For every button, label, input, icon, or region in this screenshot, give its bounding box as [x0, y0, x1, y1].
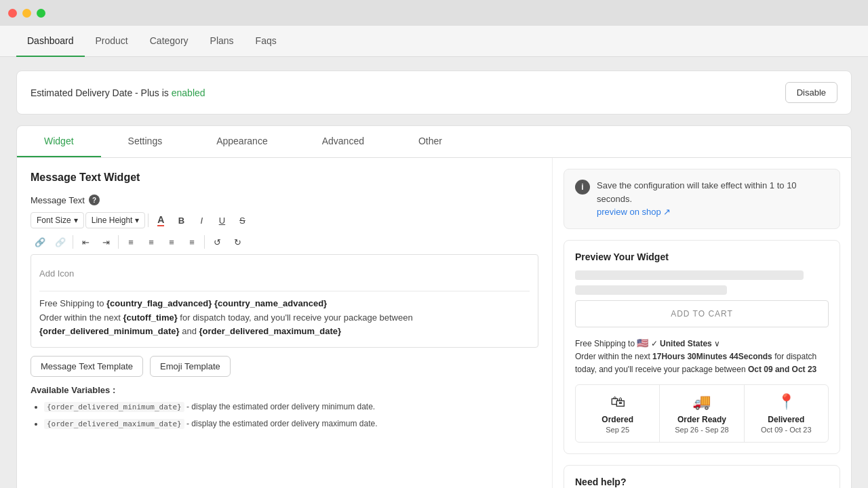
font-color-button[interactable]: A — [151, 211, 170, 230]
redo-button[interactable]: ↻ — [228, 232, 247, 251]
toolbar-row-2: 🔗 🔗 ⇤ ⇥ ≡ ≡ — [31, 232, 538, 251]
main-panel: Message Text Widget Message Text ? Font … — [16, 157, 852, 488]
status-label: enabled — [172, 87, 205, 98]
delivered-date: Oct 09 - Oct 23 — [761, 426, 812, 434]
bold-button[interactable]: B — [172, 211, 191, 230]
section-title: Message Text Widget — [31, 171, 538, 184]
preview-box: Preview Your Widget ADD TO CART Free Shi… — [564, 240, 840, 455]
timeline-item-delivered: 📍 Delivered Oct 09 - Oct 23 — [745, 385, 828, 442]
toolbar-separator-1 — [148, 214, 149, 227]
timeline: 🛍 Ordered Sep 25 🚚 Order Ready Sep 26 - … — [575, 384, 829, 443]
tab-appearance[interactable]: Appearance — [189, 126, 295, 157]
help-title: Need help? — [575, 476, 829, 487]
ordered-label: Ordered — [601, 415, 633, 424]
delivered-icon: 📍 — [777, 393, 795, 411]
right-panel: i Save the configuration will take effec… — [553, 158, 851, 488]
var-item-2: {order_delivered_maximum_date} - display… — [44, 418, 538, 430]
template-buttons: Message Text Template Emoji Template — [31, 356, 538, 377]
maximize-button[interactable] — [37, 9, 45, 18]
info-text: Save the configuration will take effect … — [597, 179, 829, 219]
titlebar — [0, 0, 868, 26]
preview-title: Preview Your Widget — [575, 251, 829, 262]
skeleton-2 — [575, 285, 727, 295]
vars-list: {order_delivered_minimum_date} - display… — [31, 401, 538, 430]
vars-title: Available Variables : — [31, 385, 538, 395]
font-size-select[interactable]: Font Size ▾ — [31, 212, 84, 228]
left-panel: Message Text Widget Message Text ? Font … — [17, 158, 553, 488]
toolbar-separator-2 — [73, 235, 73, 249]
tab-widget[interactable]: Widget — [17, 126, 101, 157]
add-icon-row: Add Icon — [39, 263, 530, 285]
editor-line-1: Free Shipping to {country_flag_advanced}… — [39, 297, 530, 311]
link-button[interactable]: 🔗 — [31, 232, 50, 251]
info-icon: i — [575, 180, 590, 195]
italic-button[interactable]: I — [192, 211, 211, 230]
preview-link[interactable]: preview on shop ↗ — [597, 207, 671, 217]
ordered-icon: 🛍 — [610, 393, 625, 411]
var-item-1: {order_delivered_minimum_date} - display… — [44, 401, 538, 413]
nav-bar: Dashboard Product Category Plans Faqs — [0, 26, 868, 57]
help-icon[interactable]: ? — [89, 195, 100, 205]
skeleton-1 — [575, 270, 804, 280]
add-to-cart-preview[interactable]: ADD TO CART — [575, 300, 829, 327]
tab-bar: Widget Settings Appearance Advanced Othe… — [16, 125, 852, 157]
ordered-date: Sep 25 — [606, 426, 629, 434]
preview-delivery: Free Shipping to 🇺🇸 ✓ United States ∨ Or… — [575, 336, 829, 377]
unlink-button[interactable]: 🔗 — [51, 232, 70, 251]
align-right-button[interactable]: ≡ — [162, 232, 181, 251]
nav-item-dashboard[interactable]: Dashboard — [16, 26, 85, 57]
ready-label: Order Ready — [677, 415, 726, 424]
minimize-button[interactable] — [22, 9, 31, 18]
message-text-editor[interactable]: Add Icon Free Shipping to {country_flag_… — [31, 254, 538, 348]
line-height-select[interactable]: Line Height ▾ — [85, 212, 146, 228]
tab-advanced[interactable]: Advanced — [295, 126, 391, 157]
toolbar-separator-3 — [118, 235, 119, 249]
nav-item-faqs[interactable]: Faqs — [245, 26, 288, 57]
banner-text: Estimated Delivery Date - Plus is enable… — [31, 87, 205, 98]
undo-button[interactable]: ↺ — [208, 232, 226, 251]
editor-line-2: Order within the next {cutoff_time} for … — [39, 311, 530, 340]
align-left-button[interactable]: ≡ — [121, 232, 140, 251]
indent-increase-button[interactable]: ⇥ — [96, 232, 115, 251]
toolbar-row-1: Font Size ▾ Line Height ▾ A B I — [31, 211, 538, 230]
emoji-template-button[interactable]: Emoji Template — [150, 356, 231, 377]
content-area: Estimated Delivery Date - Plus is enable… — [0, 57, 868, 488]
help-box: Need help? ✉ Send an Email Contact us vi… — [564, 465, 840, 488]
nav-item-product[interactable]: Product — [85, 26, 139, 57]
message-text-template-button[interactable]: Message Text Template — [31, 356, 143, 377]
info-box: i Save the configuration will take effec… — [564, 169, 840, 229]
tab-other[interactable]: Other — [391, 126, 469, 157]
field-label-message-text: Message Text ? — [31, 195, 538, 205]
toolbar-separator-4 — [204, 235, 205, 249]
tab-settings[interactable]: Settings — [101, 126, 190, 157]
timeline-item-ordered: 🛍 Ordered Sep 25 — [576, 385, 660, 442]
close-button[interactable] — [8, 9, 17, 18]
strikethrough-button[interactable]: S — [233, 211, 252, 230]
delivered-label: Delivered — [768, 415, 804, 424]
ready-date: Sep 26 - Sep 28 — [675, 426, 729, 434]
disable-button[interactable]: Disable — [785, 82, 837, 103]
nav-item-plans[interactable]: Plans — [199, 26, 245, 57]
nav-item-category[interactable]: Category — [139, 26, 199, 57]
align-justify-button[interactable]: ≡ — [182, 232, 201, 251]
align-center-button[interactable]: ≡ — [142, 232, 161, 251]
ready-icon: 🚚 — [692, 393, 711, 411]
status-banner: Estimated Delivery Date - Plus is enable… — [16, 70, 852, 115]
underline-button[interactable]: U — [212, 211, 231, 230]
timeline-item-ready: 🚚 Order Ready Sep 26 - Sep 28 — [660, 385, 744, 442]
indent-decrease-button[interactable]: ⇤ — [76, 232, 95, 251]
